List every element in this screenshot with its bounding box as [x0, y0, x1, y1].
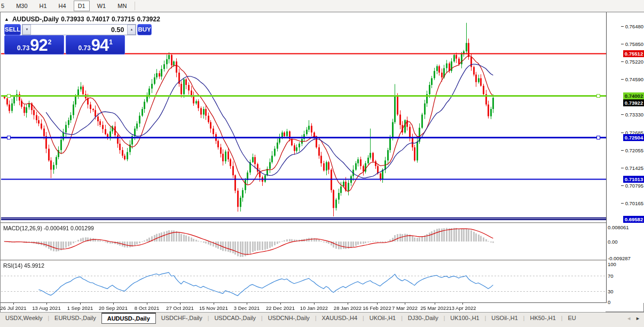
chart-tab-xauusd-h4[interactable]: XAUUSD-,H4 — [316, 313, 363, 323]
chart-tab-usdx-weekly[interactable]: USDX,Weekly — [0, 313, 48, 323]
price-level-badge: 0.69582 — [623, 216, 644, 223]
macd-indicator-label: MACD(12,26,9) -0.000491 0.001299 — [3, 225, 94, 231]
ohlc-low: 0.73715 — [112, 15, 135, 23]
price-tick-label: 0.74590 — [625, 76, 643, 82]
trading-terminal: 5M30H1H4D1W1MN ▲AUDUSD-,Daily0.739330.74… — [0, 0, 644, 327]
date-label: 8 Oct 2021 — [135, 305, 159, 311]
price-tick-label: 0.71425 — [625, 165, 643, 171]
price-tick-mark — [621, 44, 624, 44]
rsi-axis-label: 100 — [608, 261, 616, 267]
sell-price-button[interactable]: 0.73 92 2 — [4, 35, 64, 54]
collapse-panel-icon[interactable]: ▲ — [4, 17, 9, 22]
price-level-badge: 0.72504 — [623, 134, 644, 141]
timeframe-button-h4[interactable]: H4 — [54, 1, 70, 11]
buy-price-button[interactable]: 0.73 94 1 — [66, 35, 125, 54]
date-tick-mark — [46, 303, 47, 305]
volume-stepper: ▼ ▲ — [22, 24, 136, 35]
date-label: 16 Feb 2022 — [363, 305, 391, 311]
timeframe-button-5[interactable]: 5 — [1, 1, 9, 11]
chart-tab-usdcad-daily[interactable]: USDCAD-,Daily — [209, 313, 261, 323]
date-label: 15 Nov 2021 — [199, 305, 228, 311]
volume-input[interactable] — [31, 25, 127, 35]
date-tick-mark — [80, 303, 81, 305]
date-label: 7 Mar 2022 — [392, 305, 418, 311]
price-tick-mark — [621, 114, 624, 115]
price-tick-label: 0.73330 — [625, 112, 643, 118]
buy-price-point: 1 — [109, 38, 113, 46]
volume-decrease-icon[interactable]: ▼ — [22, 25, 31, 35]
timeframe-button-m30[interactable]: M30 — [12, 1, 32, 11]
date-label: 26 Jul 2021 — [0, 305, 26, 311]
volume-increase-icon[interactable]: ▲ — [127, 25, 136, 35]
symbol-period-label: AUDUSD-,Daily — [12, 15, 59, 23]
timeframe-button-d1[interactable]: D1 — [74, 1, 90, 11]
rsi-panel-canvas[interactable] — [1, 261, 606, 302]
tabs-scroll-right-icon[interactable]: ► — [633, 315, 642, 322]
date-tick-mark — [314, 303, 315, 305]
rsi-indicator-label: RSI(14) 45.9912 — [3, 262, 44, 269]
date-tick-mark — [435, 303, 435, 305]
chart-tab-uk100-h1[interactable]: UK100-,H1 — [445, 313, 484, 323]
rsi-axis-label: 30 — [608, 289, 614, 294]
price-tick-label: 0.70165 — [625, 200, 643, 206]
chart-tab-audusd-daily[interactable]: AUDUSD-,Daily — [101, 313, 156, 324]
price-tick-label: 0.76480 — [625, 24, 643, 29]
sell-price-prefix: 0.73 — [17, 44, 29, 52]
date-tick-mark — [147, 303, 147, 305]
date-label: 28 Jan 2022 — [334, 305, 362, 311]
price-tick-label: 0.75850 — [625, 41, 643, 47]
price-tick-mark — [621, 150, 624, 151]
price-tick-label: 0.70795 — [625, 183, 643, 189]
price-tick-mark — [621, 168, 624, 168]
date-tick-mark — [405, 303, 405, 305]
timeframe-button-w1[interactable]: W1 — [93, 1, 111, 11]
date-tick-mark — [13, 303, 14, 305]
date-axis: 26 Jul 202113 Aug 20211 Sep 202120 Sep 2… — [1, 303, 606, 313]
date-tick-mark — [180, 303, 180, 305]
rsi-axis-label: 70 — [608, 273, 614, 279]
price-axis: 0.764800.758500.752200.745900.733300.726… — [606, 12, 644, 303]
chart-tab-eurusd-daily[interactable]: EURUSD-,Daily — [49, 313, 101, 323]
sell-button[interactable]: SELL — [4, 24, 21, 35]
chart-tab-usoil-h1[interactable]: USOil-,H1 — [486, 313, 523, 323]
buy-price-prefix: 0.73 — [78, 44, 90, 52]
buy-button[interactable]: BUY — [137, 24, 151, 35]
date-label: 3 Dec 2021 — [234, 305, 260, 311]
price-tick-mark — [621, 61, 624, 62]
date-label: 27 Oct 2021 — [166, 305, 194, 311]
date-tick-mark — [377, 303, 378, 305]
macd-axis-label: -0.009287 — [608, 255, 631, 261]
date-label: 10 Jan 2022 — [300, 305, 328, 311]
price-level-badge: 0.71013 — [623, 176, 644, 183]
chart-tab-ukoil-h1[interactable]: UKOil-,H1 — [364, 313, 402, 323]
price-tick-mark — [621, 26, 624, 27]
date-tick-mark — [214, 303, 214, 305]
price-tick-label: 0.72055 — [625, 147, 643, 153]
date-tick-mark — [247, 303, 247, 305]
sell-price-pips: 92 — [30, 37, 47, 53]
price-tick-mark — [621, 133, 624, 133]
date-label: 13 Aug 2021 — [32, 305, 60, 311]
price-tick-label: 0.75220 — [625, 59, 643, 65]
price-level-badge: 0.74002 — [623, 92, 644, 99]
tabs-scroll-left-icon[interactable]: ◄ — [624, 315, 633, 322]
chart-header: ▲AUDUSD-,Daily0.739330.740170.737150.739… — [4, 15, 162, 23]
chart-tab-usdcnh-daily[interactable]: USDCNH-,Daily — [263, 313, 315, 323]
timeframe-button-h1[interactable]: H1 — [35, 1, 51, 11]
price-tick-mark — [621, 203, 624, 204]
timeframe-button-mn[interactable]: MN — [113, 1, 131, 11]
chart-tab-eu[interactable]: EU — [562, 313, 576, 323]
date-label: 13 Apr 2022 — [449, 305, 476, 311]
date-tick-mark — [280, 303, 281, 305]
macd-axis-label: 0.008061 — [608, 224, 629, 230]
date-tick-mark — [113, 303, 114, 305]
macd-axis-label: 0.00 — [608, 239, 618, 245]
chart-tab-usdchf-daily[interactable]: USDCHF-,Daily — [156, 313, 208, 323]
sell-price-point: 2 — [48, 38, 52, 46]
chart-tab-hk50-h1[interactable]: HK50-,H1 — [524, 313, 561, 323]
chart-tabs: USDX,Weekly|EURUSD-,DailyAUDUSD-,DailyUS… — [0, 312, 644, 327]
ohlc-open: 0.73933 — [61, 15, 84, 23]
chart-tab-dj30-daily[interactable]: DJ30-,Daily — [403, 313, 444, 323]
ohlc-close: 0.73922 — [137, 15, 160, 23]
toolbar-separator — [135, 2, 135, 10]
